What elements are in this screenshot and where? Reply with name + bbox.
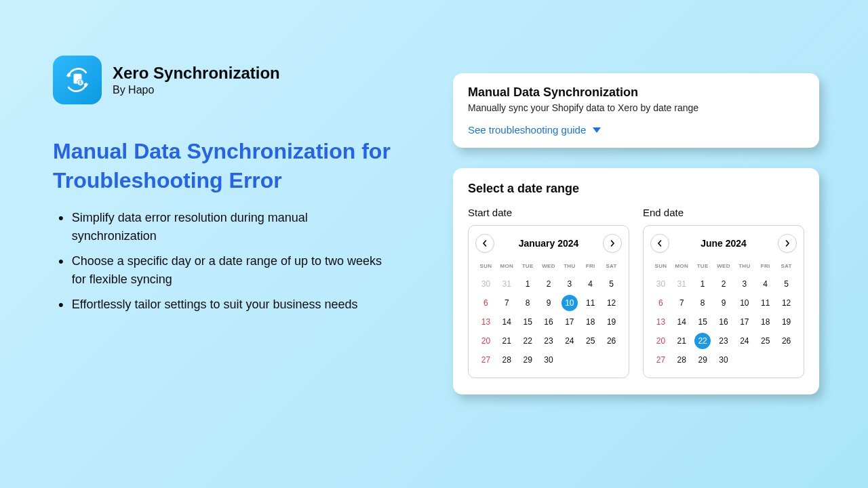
calendar-day[interactable]: 25	[580, 331, 601, 350]
range-title: Select a date range	[468, 182, 804, 196]
calendar-day[interactable]: 18	[580, 312, 601, 331]
calendar-day[interactable]: 7	[671, 293, 692, 312]
calendar-day[interactable]: 19	[601, 312, 622, 331]
chevron-right-icon	[609, 240, 616, 247]
calendar-day[interactable]: 2	[713, 274, 734, 293]
weekday-header: THU	[559, 260, 580, 274]
calendar-day[interactable]: 11	[580, 293, 601, 312]
calendar-day[interactable]: 14	[671, 312, 692, 331]
calendar-day[interactable]: 6	[650, 293, 671, 312]
calendar-day[interactable]: 24	[734, 331, 755, 350]
calendar-day[interactable]: 11	[755, 293, 776, 312]
calendar-day[interactable]: 27	[650, 350, 671, 369]
calendar-day[interactable]: 14	[496, 312, 517, 331]
page-headline: Manual Data Synchronization for Troubles…	[53, 137, 392, 195]
weekday-header: SAT	[601, 260, 622, 274]
calendar-day[interactable]: 6	[475, 293, 496, 312]
calendar-day[interactable]: 23	[713, 331, 734, 350]
calendar-day[interactable]: 23	[538, 331, 559, 350]
calendar-day[interactable]: 31	[671, 274, 692, 293]
chevron-left-icon	[656, 240, 663, 247]
app-title: Xero Synchronization	[113, 64, 280, 83]
calendar-day[interactable]: 28	[671, 350, 692, 369]
start-date-label: Start date	[468, 207, 629, 218]
calendar-day[interactable]: 8	[517, 293, 538, 312]
calendar-day[interactable]: 3	[734, 274, 755, 293]
calendar-day[interactable]: 4	[580, 274, 601, 293]
calendar-day[interactable]: 30	[475, 274, 496, 293]
calendar-day[interactable]: 26	[776, 331, 797, 350]
calendar-day[interactable]: 8	[692, 293, 713, 312]
sync-panel: Manual Data Synchronization Manually syn…	[453, 73, 819, 148]
weekday-header: SAT	[776, 260, 797, 274]
calendar-day[interactable]: 15	[692, 312, 713, 331]
chevron-left-icon	[481, 240, 488, 247]
calendar-day[interactable]: 9	[538, 293, 559, 312]
calendar-day[interactable]: 26	[601, 331, 622, 350]
end-month-label: June 2024	[701, 238, 747, 249]
calendar-day[interactable]: 1	[692, 274, 713, 293]
weekday-header: MON	[671, 260, 692, 274]
calendar-day[interactable]: 29	[517, 350, 538, 369]
calendar-day[interactable]: 29	[692, 350, 713, 369]
calendar-day[interactable]: 3	[559, 274, 580, 293]
weekday-header: WED	[538, 260, 559, 274]
calendar-day[interactable]: 21	[496, 331, 517, 350]
calendar-day[interactable]: 9	[713, 293, 734, 312]
calendar-day[interactable]: 16	[538, 312, 559, 331]
calendar-day[interactable]: 17	[559, 312, 580, 331]
weekday-header: MON	[496, 260, 517, 274]
calendar-day[interactable]: 20	[475, 331, 496, 350]
calendar-day[interactable]: 22	[692, 331, 713, 350]
calendar-day[interactable]: 28	[496, 350, 517, 369]
calendar-day[interactable]: 31	[496, 274, 517, 293]
troubleshooting-link[interactable]: See troubleshooting guide	[468, 124, 804, 136]
calendar-day[interactable]: 13	[650, 312, 671, 331]
bullet-text: Simplify data error resolution during ma…	[72, 209, 392, 245]
calendar-day[interactable]: 25	[755, 331, 776, 350]
weekday-header: FRI	[755, 260, 776, 274]
calendar-day[interactable]: 30	[713, 350, 734, 369]
app-icon: $	[53, 56, 102, 104]
calendar-day[interactable]: 27	[475, 350, 496, 369]
calendar-day[interactable]: 5	[776, 274, 797, 293]
calendar-day[interactable]: 19	[776, 312, 797, 331]
calendar-day[interactable]: 20	[650, 331, 671, 350]
calendar-day[interactable]: 1	[517, 274, 538, 293]
calendar-day[interactable]: 22	[517, 331, 538, 350]
start-month-label: January 2024	[519, 238, 579, 249]
link-text: See troubleshooting guide	[468, 124, 586, 136]
weekday-header: WED	[713, 260, 734, 274]
end-calendar: June 2024 SUNMONTUEWEDTHUFRISAT303112345…	[643, 225, 804, 378]
caret-down-icon	[593, 127, 601, 133]
calendar-day[interactable]: 12	[601, 293, 622, 312]
calendar-day[interactable]: 7	[496, 293, 517, 312]
bullet-text: Effortlessly tailor settings to suit you…	[72, 296, 358, 314]
bullet-text: Choose a specific day or a date range of…	[72, 252, 392, 289]
calendar-day[interactable]: 16	[713, 312, 734, 331]
calendar-day[interactable]: 15	[517, 312, 538, 331]
calendar-day[interactable]: 13	[475, 312, 496, 331]
calendar-day[interactable]: 18	[755, 312, 776, 331]
calendar-day[interactable]: 21	[671, 331, 692, 350]
weekday-header: SUN	[650, 260, 671, 274]
calendar-day[interactable]: 4	[755, 274, 776, 293]
feature-bullets: Simplify data error resolution during ma…	[53, 209, 392, 315]
prev-month-button[interactable]	[475, 234, 494, 253]
calendar-day[interactable]: 10	[559, 293, 580, 312]
calendar-day[interactable]: 12	[776, 293, 797, 312]
calendar-day[interactable]: 17	[734, 312, 755, 331]
calendar-day[interactable]: 2	[538, 274, 559, 293]
calendar-day[interactable]: 5	[601, 274, 622, 293]
panel-title: Manual Data Synchronization	[468, 85, 804, 100]
app-byline: By Hapo	[113, 84, 280, 96]
start-calendar: January 2024 SUNMONTUEWEDTHUFRISAT303112…	[468, 225, 629, 378]
calendar-day[interactable]: 30	[650, 274, 671, 293]
next-month-button[interactable]	[603, 234, 622, 253]
calendar-day[interactable]: 30	[538, 350, 559, 369]
calendar-day[interactable]: 10	[734, 293, 755, 312]
panel-subtitle: Manually sync your Shopify data to Xero …	[468, 102, 804, 113]
next-month-button[interactable]	[778, 234, 797, 253]
calendar-day[interactable]: 24	[559, 331, 580, 350]
prev-month-button[interactable]	[650, 234, 669, 253]
